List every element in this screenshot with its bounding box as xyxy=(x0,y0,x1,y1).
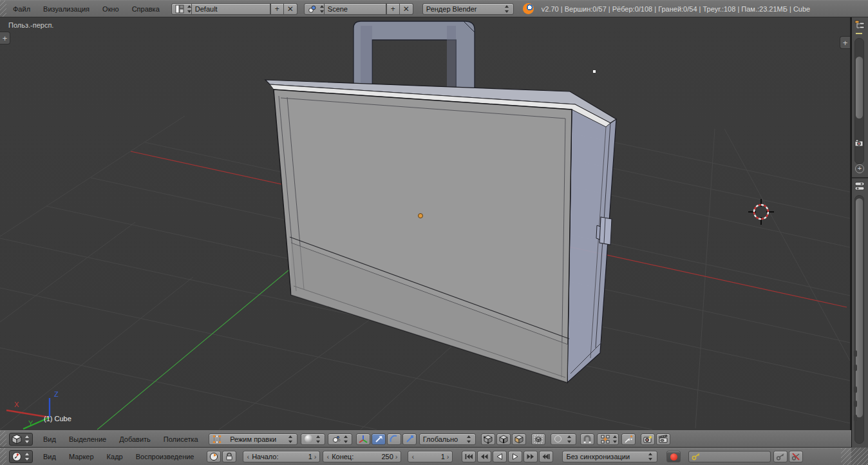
transform-orientation-select[interactable]: Глобально xyxy=(419,433,476,445)
translate-arrow-icon xyxy=(374,435,383,444)
keying-set-field[interactable] xyxy=(688,451,771,462)
av-sync-select[interactable]: Без синхронизации xyxy=(562,451,657,462)
delete-scene-button[interactable]: ✕ xyxy=(400,3,413,15)
proportional-edit-select[interactable] xyxy=(551,433,576,445)
menu-playback[interactable]: Воспроизведение xyxy=(129,453,201,460)
editor-type-select-3dview[interactable] xyxy=(9,433,33,446)
play-reverse-button[interactable] xyxy=(493,451,507,462)
header-resize-grip[interactable] xyxy=(0,448,6,465)
menu-view-timeline[interactable]: Вид xyxy=(37,453,62,460)
snap-peel-object-button[interactable] xyxy=(621,433,636,445)
header-resize-grip[interactable] xyxy=(0,431,6,447)
collapsed-area-plus-icon[interactable]: + xyxy=(855,164,864,173)
lock-icon xyxy=(225,452,234,461)
properties-panel-open-tab[interactable]: + xyxy=(840,36,850,49)
area-divider[interactable] xyxy=(852,177,868,178)
header-resize-grip[interactable] xyxy=(0,1,6,17)
mode-select[interactable]: Режим правки xyxy=(209,433,297,445)
properties-editor-icon[interactable] xyxy=(854,181,865,191)
opengl-render-image-button[interactable] xyxy=(641,433,655,445)
playback-controls xyxy=(462,451,554,462)
lock-range-button[interactable] xyxy=(222,451,236,462)
menu-mesh[interactable]: Полисетка xyxy=(157,435,205,443)
jump-to-start-button[interactable] xyxy=(462,451,476,462)
blender-window: Файл Визуализация Окно Справка Default +… xyxy=(0,0,868,465)
render-engine-select[interactable]: Рендер Blender xyxy=(422,3,514,15)
vertex-select-button[interactable] xyxy=(481,433,495,445)
menu-select[interactable]: Выделение xyxy=(62,435,113,443)
viewport-canvas[interactable]: X Y Z xyxy=(0,17,850,430)
vertex-point[interactable] xyxy=(593,70,596,73)
frame-end-field[interactable]: ‹Конец: 250› xyxy=(323,451,401,462)
snap-element-select[interactable] xyxy=(597,433,619,445)
frame-start-field[interactable]: ‹Начало: 1› xyxy=(243,451,320,462)
properties-scrollbar[interactable] xyxy=(854,195,864,444)
menu-marker[interactable]: Маркер xyxy=(62,453,100,460)
play-button[interactable] xyxy=(508,451,522,462)
jump-prev-keyframe-button[interactable] xyxy=(477,451,491,462)
render-tab-camera-icon[interactable] xyxy=(854,138,863,147)
menu-frame[interactable]: Кадр xyxy=(100,453,129,460)
insert-keyframe-button[interactable] xyxy=(773,451,788,462)
updown-arrows-icon xyxy=(316,435,321,443)
view3d-header: Вид Выделение Добавить Полисетка Режим п… xyxy=(0,430,851,448)
preview-clock-icon xyxy=(209,452,218,461)
axis-y-label: Y xyxy=(28,419,33,427)
delete-layout-button[interactable]: ✕ xyxy=(284,3,297,15)
jump-next-keyframe-button[interactable] xyxy=(524,451,538,462)
opengl-render-anim-button[interactable] xyxy=(656,433,670,445)
add-scene-button[interactable]: + xyxy=(386,3,400,15)
menu-add[interactable]: Добавить xyxy=(113,435,157,443)
edit-mode-icon xyxy=(212,435,222,444)
manipulator-group xyxy=(356,433,418,445)
edge-select-button[interactable] xyxy=(496,433,511,445)
proportional-edit-icon xyxy=(554,435,561,442)
editor-type-select-timeline[interactable] xyxy=(9,450,33,463)
scene-browse-button[interactable] xyxy=(304,3,325,15)
updown-arrows-icon xyxy=(288,435,294,443)
auto-keyframe-record-button[interactable] xyxy=(666,451,681,462)
menu-file[interactable]: Файл xyxy=(6,5,37,13)
pivot-point-select[interactable] xyxy=(328,433,352,445)
blender-logo-icon xyxy=(523,3,534,14)
key-delete-icon xyxy=(791,452,800,461)
use-preview-range-button[interactable] xyxy=(207,451,221,462)
menu-help[interactable]: Справка xyxy=(126,5,166,13)
cube-editor-icon xyxy=(12,434,22,444)
face-select-button[interactable] xyxy=(512,433,526,445)
viewport-shading-select[interactable] xyxy=(301,433,325,445)
scene-statistics: v2.70 | Вершин:0/57 | Рёбер:0/108 | Гран… xyxy=(542,5,810,13)
toolshelf-open-tab[interactable]: + xyxy=(0,32,10,44)
add-layout-button[interactable]: + xyxy=(270,3,284,15)
updown-arrows-icon xyxy=(567,435,572,443)
jump-end-icon xyxy=(542,452,551,461)
menu-render[interactable]: Визуализация xyxy=(37,5,96,13)
viewport-3d[interactable]: X Y Z Польз.-персп. (1) Cube + + xyxy=(0,17,851,430)
key-icon xyxy=(692,452,701,461)
translate-manipulator-button[interactable] xyxy=(372,433,386,445)
screen-layout-group: Default + ✕ xyxy=(171,3,297,15)
outliner-editor-icon[interactable] xyxy=(854,20,865,30)
layout-icon xyxy=(175,5,184,14)
snap-toggle-button[interactable] xyxy=(580,433,594,445)
manipulator-toggle-button[interactable] xyxy=(356,433,370,445)
delete-keyframe-button[interactable] xyxy=(789,451,803,462)
scene-name-field[interactable]: Scene xyxy=(325,3,386,15)
view-name-label: Польз.-персп. xyxy=(8,21,53,29)
solid-shading-icon xyxy=(305,435,313,443)
screen-layout-icon-button[interactable] xyxy=(171,3,192,15)
opengl-render-group xyxy=(641,433,672,445)
keyframe-buttons xyxy=(773,451,804,462)
menu-window[interactable]: Окно xyxy=(96,5,126,13)
screen-layout-name-field[interactable]: Default xyxy=(192,3,270,15)
menu-view[interactable]: Вид xyxy=(37,435,62,443)
rotate-manipulator-button[interactable] xyxy=(387,433,401,445)
window-corner-grip[interactable] xyxy=(851,448,868,465)
face-select-icon xyxy=(514,435,524,444)
current-frame-field[interactable]: ‹1› xyxy=(408,451,453,462)
prev-keyframe-icon xyxy=(480,452,489,461)
limit-selection-visible-button[interactable] xyxy=(531,433,545,445)
jump-to-end-button[interactable] xyxy=(539,451,553,462)
updown-arrows-icon xyxy=(24,453,30,460)
scale-manipulator-button[interactable] xyxy=(402,433,417,445)
